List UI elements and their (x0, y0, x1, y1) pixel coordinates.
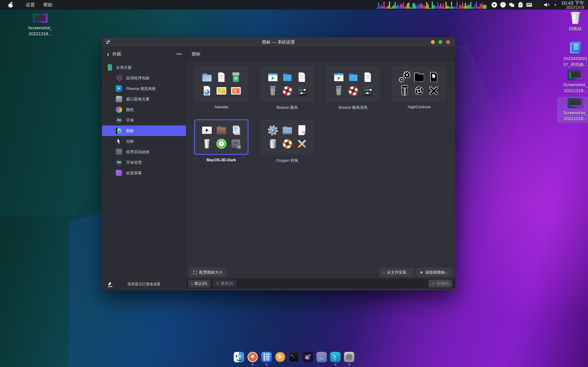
visualizer-bar (413, 3, 414, 9)
install-from-file-button[interactable]: ‹ 从文件安装... (380, 268, 414, 277)
dock-item-terminal[interactable] (289, 352, 299, 365)
dock-item-system-settings[interactable] (344, 352, 355, 365)
menu-设置[interactable]: 设置 (22, 2, 39, 7)
visualizer-bar (432, 2, 433, 9)
theme-preview[interactable] (392, 66, 446, 102)
image-file-icon (216, 85, 227, 97)
help-lifebuoy-icon (282, 85, 293, 97)
folder-icon (282, 125, 293, 136)
theme-preview[interactable] (194, 66, 249, 102)
sidebar-item-label: 全局主题 (116, 65, 132, 70)
desktop-icon[interactable]: 2022423001 57_孙浩勋... (557, 40, 588, 69)
dock-item-video-studio[interactable] (303, 352, 313, 365)
theme-preview[interactable] (326, 66, 380, 102)
visualizer-bar (382, 6, 383, 9)
desktop-icon[interactable]: Screenshot_ 20221218... (22, 12, 59, 38)
menubar-menus: 设置帮助 (22, 0, 57, 10)
menu-bar: 设置帮助 ▾ 10:43 下午 2022/12/18 (0, 0, 588, 10)
visualizer-bar (440, 3, 441, 9)
theme-preview[interactable] (260, 66, 314, 102)
desktop-icon[interactable]: Screenshot_ 20221218... (557, 69, 588, 95)
visualizer-bar (425, 6, 426, 9)
minimize-button[interactable] (431, 40, 435, 44)
reset-button[interactable]: ↺ 重置(R) (213, 280, 237, 287)
chevron-icon[interactable]: ▾ (553, 2, 558, 8)
theme-preview[interactable] (260, 119, 314, 155)
folder-icon (347, 72, 359, 83)
back-icon[interactable]: ‹ (107, 51, 109, 57)
apple-logo-icon[interactable] (8, 2, 13, 8)
theme-name: Breeze 微风深色 (338, 105, 368, 110)
icon-theme-Breeze 微风深色[interactable]: Breeze 微风深色 (326, 66, 380, 110)
dock-item-oxo-app[interactable]: oxo (317, 352, 327, 365)
configure-icon-sizes-button[interactable]: 配置图标大小 (190, 268, 226, 277)
visualizer-bar (393, 5, 394, 9)
video-studio-icon (303, 352, 313, 362)
folder-icon (282, 72, 293, 83)
shield-icon[interactable] (500, 2, 506, 8)
menu-帮助[interactable]: 帮助 (39, 2, 57, 7)
icon-theme-Oxygen 轻氧[interactable]: Oxygen 轻氧 (260, 119, 314, 163)
clipboard-icon[interactable] (518, 2, 523, 8)
visualizer-bar (483, 5, 484, 9)
icon-theme-HighContrast[interactable]: HighContrast (392, 66, 446, 110)
sidebar-item-光标[interactable]: 光标 (102, 136, 186, 147)
tv-icon[interactable] (535, 2, 541, 8)
desktop-icon[interactable]: Screenshot_ 20221218... (557, 97, 588, 123)
desktop-icon[interactable]: 回收站 (557, 10, 588, 33)
visualizer-bar (401, 5, 402, 9)
windeco-icon (116, 96, 122, 102)
document-icon (570, 42, 581, 54)
play-icon[interactable] (492, 2, 497, 8)
dock-item-word-processor[interactable] (261, 352, 272, 365)
txt-document-icon (296, 125, 308, 136)
dock-badge-text: oxo (317, 357, 327, 360)
sidebar-item-图标[interactable]: 图标 (102, 125, 186, 136)
recycle-bin-icon (570, 11, 581, 24)
get-new-icons-button[interactable]: ★ 获取新图标... (416, 268, 452, 277)
sidebar-item-字体管理[interactable]: 字体管理 (102, 157, 186, 168)
window-titlebar[interactable]: 图标 — 系统设置 (102, 37, 455, 47)
icon-theme-Adwaita[interactable]: Adwaita (194, 66, 249, 110)
sidebar-item-字体[interactable]: 字体 (102, 115, 186, 125)
volume-icon[interactable] (544, 2, 549, 8)
word-processor-icon (261, 352, 272, 362)
sidebar-item-欢迎屏幕[interactable]: 欢迎屏幕 (102, 168, 186, 178)
visualizer-bar (414, 3, 415, 9)
sidebar-item-窗口装饰元素[interactable]: 窗口装饰元素 (102, 94, 186, 104)
icon-theme-Breeze 微风[interactable]: Breeze 微风 (260, 66, 314, 110)
visualizer-bar (380, 6, 380, 9)
sidebar-item-label: 颜色 (126, 107, 134, 112)
page-title: 图标 (186, 47, 455, 61)
dock-item-plasma-app[interactable] (330, 352, 341, 365)
dock-item-file-manager[interactable] (234, 352, 244, 365)
dock-item-screen-recorder[interactable] (248, 352, 258, 365)
sidebar-item-label: 窗口装饰元素 (126, 97, 149, 102)
keyboard-icon[interactable] (527, 2, 532, 8)
sidebar-item-全局主题[interactable]: 全局主题 (102, 62, 186, 73)
sidebar-item-label: 欢迎屏幕 (126, 170, 142, 176)
icon-theme-MacOS-3D-Dark[interactable]: MacOS-3D-Dark (194, 119, 249, 163)
visualizer-bar (480, 4, 481, 9)
desktop-icon-label: 2022423001 57_孙浩勋... (563, 56, 588, 67)
close-button[interactable] (446, 40, 450, 44)
running-indicator (335, 364, 336, 365)
dock-item-media-player[interactable] (275, 352, 285, 365)
overflow-menu-icon[interactable]: ••• (176, 51, 182, 57)
help-lifebuoy-icon (347, 85, 359, 97)
apply-button[interactable]: ✓ 应用(A) (428, 280, 452, 287)
sidebar-item-Plasma 视觉风格[interactable]: Plasma 视觉风格 (102, 83, 186, 94)
sidebar-item-程序启动动效[interactable]: 程序启动动效 (102, 147, 186, 157)
sidebar-item-颜色[interactable]: 颜色 (102, 104, 186, 115)
maximize-button[interactable] (439, 40, 442, 44)
visualizer-bar (407, 3, 408, 9)
clock-widget[interactable]: 10:43 下午 2022/12/18 (561, 0, 584, 10)
visualizer-bar (479, 6, 480, 9)
sidebar-item-应用程序风格[interactable]: 应用程序风格 (102, 73, 186, 83)
trash-cylinder-icon (267, 138, 279, 150)
chat-icon[interactable] (509, 2, 515, 8)
defaults-button[interactable]: ‹ 默认(D) (188, 280, 210, 287)
highlight-changed-settings[interactable]: 高亮显示已更改设置 (102, 278, 186, 290)
visualizer-bar (444, 7, 445, 9)
theme-preview[interactable] (194, 119, 249, 155)
